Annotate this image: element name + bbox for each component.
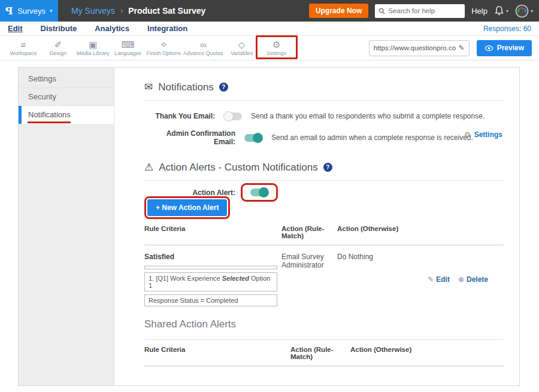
avatar [515,4,529,18]
new-action-alert-button[interactable]: + New Action Alert [147,199,227,216]
breadcrumb-current-survey: Product Sat Survey [128,6,205,16]
survey-url-input[interactable] [374,44,456,51]
toolbar-settings-label: Settings [267,50,286,56]
finish-options-icon: ✧ [160,40,168,50]
questionpro-logo-icon: P [5,5,13,17]
shared-action-alerts-label: Shared Action Alerts [144,318,236,330]
delete-alert-link[interactable]: ⊗Delete [458,253,488,306]
admin-confirmation-email-label: Admin Confirmation Email: [144,129,235,146]
gear-icon: ⚙ [464,130,471,139]
delete-label: Delete [467,275,488,284]
toolbar-finish-options-label: Finish Options [147,50,181,56]
notifications-bell-menu[interactable]: ▾ [494,5,508,16]
sidebar-item-notifications-label: Notifications [28,110,71,119]
thank-you-email-toggle[interactable] [224,113,242,120]
shared-alerts-table-header: Rule Criteria Action (Rule-Match) Action… [144,339,504,366]
toolbar-workspace-label: Workspace [10,50,37,56]
annotation-red-box-new-action-alert: + New Action Alert [144,196,230,219]
action-alert-row: Satisfied 1. [Q1] Work Experience Select… [144,245,504,306]
survey-nav-tabs: Edit Distribute Analytics Integration Re… [0,22,539,36]
col-action-otherwise: Action (Otherwise) [337,225,409,239]
edit-url-icon[interactable]: ✎ [459,44,465,52]
top-bar: P Surveys ▾ My Surveys › Product Sat Sur… [0,0,539,22]
help-question-icon[interactable]: ? [219,83,228,92]
toolbar-advance-quotas[interactable]: ∞ Advance Quotas [182,36,225,60]
upgrade-now-button[interactable]: Upgrade Now [309,4,368,18]
toolbar-advance-quotas-label: Advance Quotas [183,50,223,56]
tab-distribute[interactable]: Distribute [41,24,77,33]
edit-label: Edit [436,275,450,284]
edit-alert-link[interactable]: ✎Edit [428,253,450,306]
settings-sidebar: Settings Security Notifications [19,68,114,385]
toolbar-design[interactable]: ✐ Design [41,36,75,60]
col-rule-criteria: Rule Criteria [144,225,281,239]
topbar-actions: Upgrade Now Help ▾ ▾ [309,4,539,18]
toolbar-languages-label: Languages [114,50,141,56]
admin-email-settings-link[interactable]: ⚙ Settings [464,130,502,139]
rule-criteria-cell: Satisfied 1. [Q1] Work Experience Select… [144,253,281,306]
help-search[interactable] [375,4,465,18]
col-action-otherwise: Action (Otherwise) [350,346,422,360]
breadcrumb: My Surveys › Product Sat Survey [71,6,205,16]
thank-you-email-description: Send a thank you email to respondents wh… [251,112,485,120]
product-menu-label: Surveys [17,7,46,16]
chevron-down-icon: ▾ [506,8,508,14]
tab-integration[interactable]: Integration [147,24,187,33]
help-link[interactable]: Help [471,7,487,16]
sidebar-item-security[interactable]: Security [19,88,114,106]
toolbar-design-label: Design [50,50,66,56]
tab-analytics[interactable]: Analytics [95,24,129,33]
sidebar-item-notifications[interactable]: Notifications [19,106,114,124]
notifications-content: ✉ Notifications ? Thank You Email: Send … [114,68,519,385]
toggle-knob [223,111,234,121]
col-action-rule-match: Action (Rule-Match) [290,346,350,360]
help-question-icon[interactable]: ? [323,163,332,172]
workspace-icon: ≡ [21,40,26,50]
toolbar-settings[interactable]: ⚙ Settings [259,36,294,60]
chevron-down-icon: ▾ [50,8,53,14]
responses-count[interactable]: Responses: 60 [483,25,531,33]
toolbar-media-library[interactable]: ▣ Media Library [75,36,111,60]
breadcrumb-my-surveys[interactable]: My Surveys [71,6,115,16]
annotation-red-box-action-alert [241,183,278,202]
sidebar-item-settings[interactable]: Settings [19,70,114,88]
delete-icon: ⊗ [458,275,464,284]
account-avatar-menu[interactable]: ▾ [515,4,533,18]
col-action-rule-match: Action (Rule-Match) [281,225,337,239]
preview-button[interactable]: Preview [477,40,532,56]
toolbar-languages[interactable]: ⌨ Languages [111,36,146,60]
notifications-section-header: ✉ Notifications ? [144,81,504,93]
criteria-text: 1. [Q1] Work Experience [149,275,222,282]
action-alert-toggle[interactable] [250,189,268,196]
toolbar-variables[interactable]: ◇ Variables [225,36,259,60]
search-icon [378,8,385,14]
surveys-product-menu[interactable]: P Surveys ▾ [0,0,58,22]
settings-panel: Settings Security Notifications ✉ Notifi… [18,67,520,386]
toggle-knob [259,187,269,197]
action-alerts-section-title: Action Alerts - Custom Notifications [159,162,317,174]
action-otherwise-cell: Do Nothing [337,253,409,306]
action-alerts-table-header: Rule Criteria Action (Rule-Match) Action… [144,225,504,245]
admin-confirmation-email-toggle[interactable] [244,134,262,142]
toolbar-media-library-label: Media Library [77,50,110,56]
questionpro-settings-page: P Surveys ▾ My Surveys › Product Sat Sur… [0,0,539,392]
toolbar-finish-options[interactable]: ✧ Finish Options [146,36,183,60]
toolbar-workspace[interactable]: ≡ Workspace [6,36,41,60]
help-search-input[interactable] [388,7,457,14]
divider [144,100,504,101]
survey-url-field[interactable]: ✎ [369,40,470,56]
criteria-selected-keyword: Selected [222,275,249,282]
admin-confirmation-email-row: Admin Confirmation Email: Send an email … [144,129,504,146]
bell-icon [494,5,504,16]
criteria-box-2: Response Status = Completed [144,294,277,306]
chevron-down-icon: ▾ [531,8,533,14]
edit-icon: ✎ [428,275,434,284]
eye-icon [485,45,493,51]
media-library-icon: ▣ [89,40,97,50]
thank-you-email-label: Thank You Email: [144,112,215,120]
criteria-box-empty [144,266,277,269]
shared-action-alerts-title: Shared Action Alerts [144,318,504,330]
divider [144,180,504,181]
toolbar-right: ✎ Preview [369,40,539,56]
tab-edit[interactable]: Edit [8,24,23,33]
